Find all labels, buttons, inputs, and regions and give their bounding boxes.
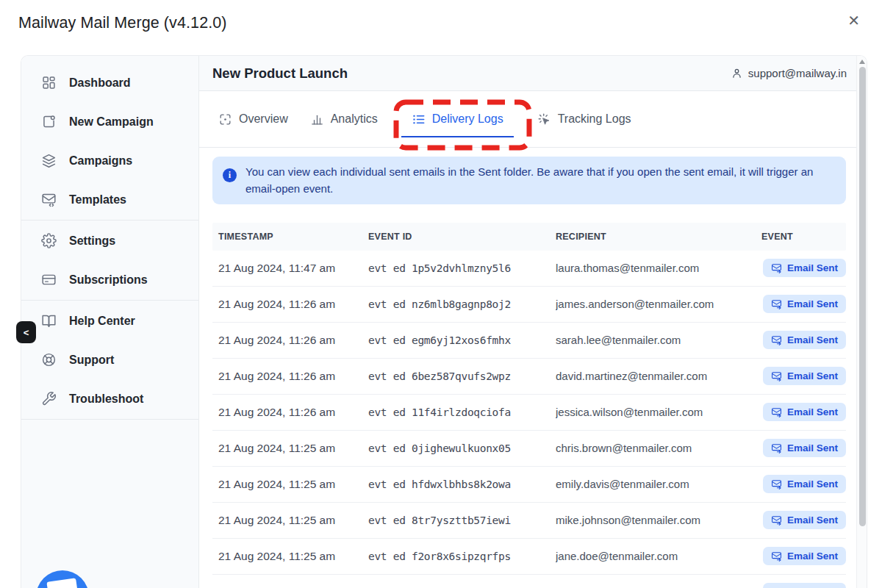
tab-label: Delivery Logs (432, 112, 503, 126)
sidebar-item-new-campaign[interactable]: New Campaign (21, 102, 198, 141)
table-row: 21 Aug 2024, 11:25 amjohn.smith@tenmaile… (212, 575, 846, 588)
tab-overview[interactable]: Overview (218, 91, 288, 147)
cell-timestamp: 21 Aug 2024, 11:25 am (212, 442, 368, 455)
sidebar-item-dashboard[interactable]: Dashboard (21, 63, 198, 102)
tab-label: Overview (239, 112, 288, 126)
sidebar-item-troubleshoot[interactable]: Troubleshoot (21, 379, 198, 418)
table-row: 21 Aug 2024, 11:47 amevt_ed_1p5v2dvhlmzn… (212, 251, 846, 287)
sidebar-collapse-button[interactable]: < (16, 321, 36, 343)
templates-mail-icon (41, 192, 57, 207)
tabs-row: OverviewAnalyticsDelivery LogsTracking L… (199, 91, 867, 148)
info-banner-text: You can view each individual sent emails… (245, 163, 834, 198)
tab-analytics[interactable]: Analytics (310, 91, 378, 147)
badge-label: Email Sent (787, 551, 838, 562)
sidebar-divider (21, 300, 198, 301)
cell-event: Email Sent (761, 403, 846, 421)
cell-event: Email Sent (761, 583, 846, 588)
support-lifebuoy-icon (41, 352, 57, 368)
subscriptions-card-icon (41, 272, 57, 287)
account-email: support@mailway.in (748, 67, 847, 79)
mail-plane-icon (46, 578, 78, 588)
tab-tracking-logs[interactable]: Tracking Logs (537, 91, 631, 147)
status-badge: Email Sent (763, 331, 846, 349)
settings-gear-icon (41, 233, 57, 248)
cell-timestamp: 21 Aug 2024, 11:26 am (212, 298, 368, 311)
table-header: TIMESTAMPEVENT IDRECIPIENTEVENT (212, 223, 846, 251)
cell-recipient: jessica.wilson@tenmailer.com (556, 406, 761, 418)
status-badge: Email Sent (763, 547, 846, 565)
app-title: Mailway Mail Merge (v4.12.0) (18, 14, 227, 32)
status-badge: Email Sent (763, 475, 846, 493)
cell-event-id: evt_ed_0jighewulkuonx05 (368, 442, 556, 454)
sidebar-item-templates[interactable]: Templates (21, 180, 198, 219)
campaigns-layers-icon (41, 153, 57, 168)
page-title: New Product Launch (212, 65, 348, 82)
sidebar-item-label: New Campaign (69, 115, 154, 129)
sidebar-item-campaigns[interactable]: Campaigns (21, 141, 198, 180)
sidebar-item-settings[interactable]: Settings (21, 221, 198, 260)
cell-recipient: jane.doe@tenmailer.com (556, 550, 761, 562)
email-sent-icon (771, 478, 782, 490)
badge-label: Email Sent (787, 334, 838, 345)
sidebar-item-label: Subscriptions (69, 273, 148, 287)
cell-event-id: evt_ed_egm6yj12xos6fmhx (368, 334, 556, 346)
table-row: 21 Aug 2024, 11:26 amevt_ed_nz6mlb8gagnp… (212, 287, 846, 323)
sidebar-divider (21, 419, 198, 420)
status-badge: Email Sent (763, 295, 846, 313)
badge-label: Email Sent (787, 262, 838, 273)
sidebar-item-help-center[interactable]: Help Center (21, 301, 198, 340)
cell-event-id: evt_ed_f2or8x6sipzqrfps (368, 551, 556, 562)
badge-label: Email Sent (787, 514, 838, 526)
dashboard-grid-icon (41, 75, 57, 90)
status-badge: Email Sent (763, 583, 846, 588)
cell-event-id: evt_ed_hfdwxlbhbs8k2owa (368, 478, 556, 490)
account-info: support@mailway.in (731, 67, 847, 79)
email-sent-icon (771, 551, 782, 562)
sidebar-item-label: Campaigns (69, 154, 132, 168)
email-sent-icon (771, 406, 782, 417)
cell-recipient: chris.brown@tenmailer.com (556, 442, 761, 454)
cell-timestamp: 21 Aug 2024, 11:47 am (212, 262, 368, 275)
overview-scan-icon (218, 112, 232, 126)
badge-label: Email Sent (787, 406, 838, 417)
tab-delivery-logs[interactable]: Delivery Logs (412, 91, 503, 147)
cell-timestamp: 21 Aug 2024, 11:25 am (212, 514, 368, 527)
scrollbar-thumb[interactable] (859, 67, 866, 526)
sidebar-item-support[interactable]: Support (21, 340, 198, 379)
column-header-event-id: EVENT ID (368, 232, 556, 242)
tab-label: Tracking Logs (558, 112, 631, 126)
cell-timestamp: 21 Aug 2024, 11:25 am (212, 586, 368, 588)
sidebar-item-label: Troubleshoot (69, 392, 143, 406)
status-badge: Email Sent (763, 367, 846, 385)
scroll-up-arrow-icon[interactable] (859, 60, 865, 64)
sidebar-item-label: Support (69, 354, 114, 367)
cell-timestamp: 21 Aug 2024, 11:26 am (212, 406, 368, 419)
cell-recipient: sarah.lee@tenmailer.com (556, 334, 761, 346)
close-icon[interactable]: ✕ (847, 13, 860, 28)
cell-event-id: evt_ed_11f4irlzdoqciofa (368, 406, 556, 418)
email-sent-icon (771, 442, 782, 453)
cell-timestamp: 21 Aug 2024, 11:25 am (212, 478, 368, 491)
badge-label: Email Sent (787, 442, 838, 453)
tracking-click-icon (537, 112, 551, 126)
table-row: 21 Aug 2024, 11:26 amevt_ed_11f4irlzdoqc… (212, 395, 846, 431)
cell-event-id: evt_ed_1p5v2dvhlmzny5l6 (368, 262, 556, 274)
status-badge: Email Sent (763, 259, 846, 277)
email-sent-icon (771, 514, 782, 526)
cell-recipient: mike.johnson@tenmailer.com (556, 514, 761, 526)
scrollbar[interactable] (856, 56, 867, 588)
table-body: 21 Aug 2024, 11:47 amevt_ed_1p5v2dvhlmzn… (212, 251, 846, 588)
sidebar-item-label: Dashboard (69, 76, 131, 90)
cell-timestamp: 21 Aug 2024, 11:26 am (212, 334, 368, 347)
cell-recipient: laura.thomas@tenmailer.com (556, 262, 761, 274)
delivery-list-icon (412, 112, 426, 126)
cell-event: Email Sent (761, 475, 846, 493)
table-row: 21 Aug 2024, 11:25 amevt_ed_0jighewulkuo… (212, 431, 846, 467)
email-sent-icon (771, 298, 782, 309)
status-badge: Email Sent (763, 439, 846, 457)
sidebar-item-subscriptions[interactable]: Subscriptions (21, 260, 198, 299)
cell-timestamp: 21 Aug 2024, 11:26 am (212, 370, 368, 383)
cell-event: Email Sent (761, 547, 846, 565)
cell-event-id: evt_ed_8tr7yszttb57iewi (368, 514, 556, 526)
cell-recipient: david.martinez@tenmailer.com (556, 370, 761, 382)
